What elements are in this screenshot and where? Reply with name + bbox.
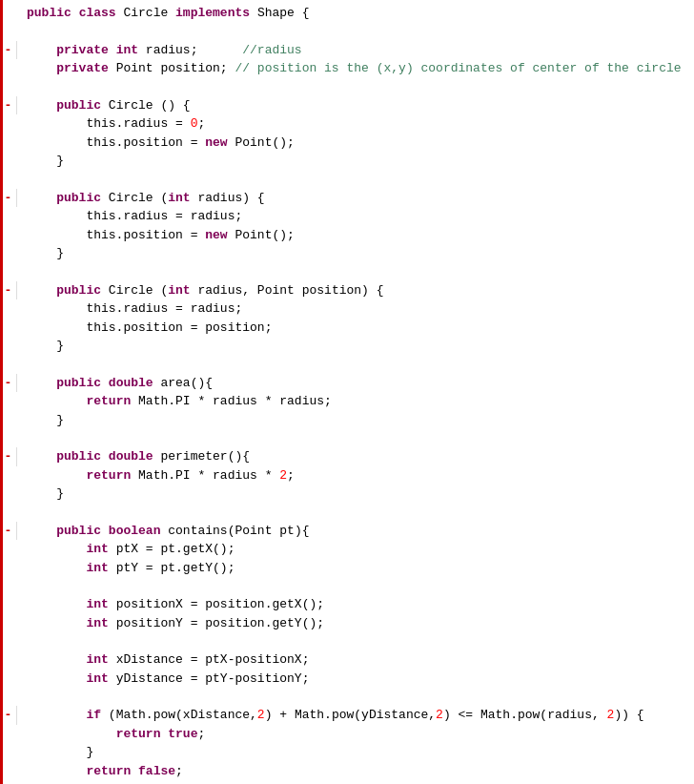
token-plain: contains(Point pt){ — [160, 524, 309, 538]
code-line: - public boolean contains(Point pt){ — [0, 522, 694, 541]
code-line — [0, 632, 694, 650]
token-plain — [27, 191, 56, 205]
token-plain — [27, 61, 56, 75]
token-plain: xDistance = ptX-positionX; — [109, 652, 310, 667]
token-kw: int — [168, 191, 190, 205]
token-kw: int — [86, 542, 108, 556]
code-line — [0, 23, 694, 41]
token-kw: int — [86, 597, 108, 611]
token-plain: Circle — [116, 6, 175, 20]
token-plain: } — [27, 486, 64, 501]
token-cm: //radius — [242, 43, 301, 57]
token-kw: public — [56, 191, 101, 205]
code-line: } — [0, 337, 694, 356]
token-plain — [27, 671, 86, 686]
line-content: int yDistance = ptY-positionY; — [21, 670, 694, 689]
token-plain — [27, 616, 86, 630]
token-plain: this.radius = radius; — [27, 301, 242, 316]
token-plain: yDistance = ptY-positionY; — [109, 671, 310, 686]
token-plain — [101, 524, 109, 538]
token-plain: Math.PI * radius * radius; — [131, 394, 332, 408]
token-plain: ; — [287, 468, 295, 483]
token-kw: new — [205, 135, 227, 150]
gutter-marker: - — [0, 189, 17, 208]
token-kw: double — [109, 449, 153, 464]
token-kw: int — [86, 616, 108, 630]
token-plain — [27, 708, 86, 722]
token-plain — [27, 98, 56, 113]
collapse-icon[interactable]: - — [5, 96, 12, 115]
code-line: } — [0, 244, 694, 263]
token-num: 2 — [257, 708, 265, 722]
token-plain: positionX = position.getX(); — [109, 597, 324, 611]
code-line — [0, 429, 694, 447]
token-plain — [27, 43, 56, 57]
token-plain: radius) { — [191, 191, 265, 205]
token-plain — [27, 597, 86, 611]
collapse-icon[interactable]: - — [5, 706, 12, 725]
token-plain: radius, Point position) { — [191, 283, 384, 298]
token-plain — [27, 542, 86, 556]
code-line: this.position = position; — [0, 319, 694, 338]
token-plain — [27, 524, 56, 538]
token-plain: Circle () { — [101, 98, 191, 113]
line-content: this.position = position; — [21, 319, 694, 338]
token-plain — [109, 43, 116, 57]
token-kw: public — [56, 98, 101, 113]
token-plain: ; — [197, 727, 205, 741]
token-plain: this.position = — [27, 135, 205, 150]
token-plain: Circle ( — [101, 283, 168, 298]
collapse-icon[interactable]: - — [5, 189, 12, 208]
line-content: int ptX = pt.getX(); — [21, 540, 694, 559]
code-line: } — [0, 780, 694, 784]
line-content: public double perimeter(){ — [21, 447, 694, 466]
code-line: int positionY = position.getY(); — [0, 614, 694, 633]
line-content: this.position = new Point(); — [21, 226, 694, 245]
line-content: this.radius = radius; — [21, 299, 694, 319]
token-plain — [27, 468, 86, 483]
token-plain — [27, 376, 56, 390]
token-kw: int — [86, 561, 108, 575]
token-kw: return — [86, 468, 131, 483]
line-content: public boolean contains(Point pt){ — [21, 522, 694, 541]
gutter-marker: - — [0, 41, 17, 60]
collapse-icon[interactable]: - — [5, 374, 12, 393]
line-content: return false; — [21, 762, 694, 781]
collapse-icon[interactable]: - — [5, 281, 12, 300]
code-line: } — [0, 743, 694, 762]
token-plain: (Math.pow(xDistance, — [101, 708, 257, 722]
token-kw: int — [86, 671, 108, 686]
code-line: - public double area(){ — [0, 374, 694, 393]
token-plain — [131, 764, 138, 778]
collapse-icon[interactable]: - — [5, 41, 12, 60]
token-kw: true — [168, 727, 197, 741]
token-plain — [27, 394, 86, 408]
line-content: int ptY = pt.getY(); — [21, 559, 694, 578]
token-plain: Point(); — [228, 135, 295, 150]
collapse-icon[interactable]: - — [5, 447, 12, 466]
code-line: public class Circle implements Shape { — [0, 4, 694, 23]
line-content: } — [21, 337, 694, 356]
token-plain — [27, 652, 86, 667]
collapse-icon[interactable]: - — [5, 522, 12, 541]
code-line — [0, 263, 694, 281]
token-plain — [27, 449, 56, 464]
code-line — [0, 504, 694, 522]
code-line: int ptY = pt.getY(); — [0, 559, 694, 578]
token-plain: Shape { — [250, 6, 309, 20]
line-content: public double area(){ — [21, 374, 694, 393]
token-plain — [27, 283, 56, 298]
token-kw: false — [138, 764, 175, 778]
token-plain: Math.PI * radius * — [131, 468, 279, 483]
gutter-marker: - — [0, 281, 17, 300]
token-plain: this.radius = — [27, 116, 191, 131]
token-plain: ; — [197, 116, 205, 131]
code-line — [0, 577, 694, 595]
line-content: if (Math.pow(xDistance,2) + Math.pow(yDi… — [21, 706, 694, 725]
token-kw: int — [86, 652, 108, 667]
code-line: return false; — [0, 762, 694, 781]
token-plain — [27, 727, 116, 741]
token-plain: } — [27, 745, 93, 759]
code-line: return Math.PI * radius * radius; — [0, 392, 694, 411]
line-content: } — [21, 743, 694, 762]
